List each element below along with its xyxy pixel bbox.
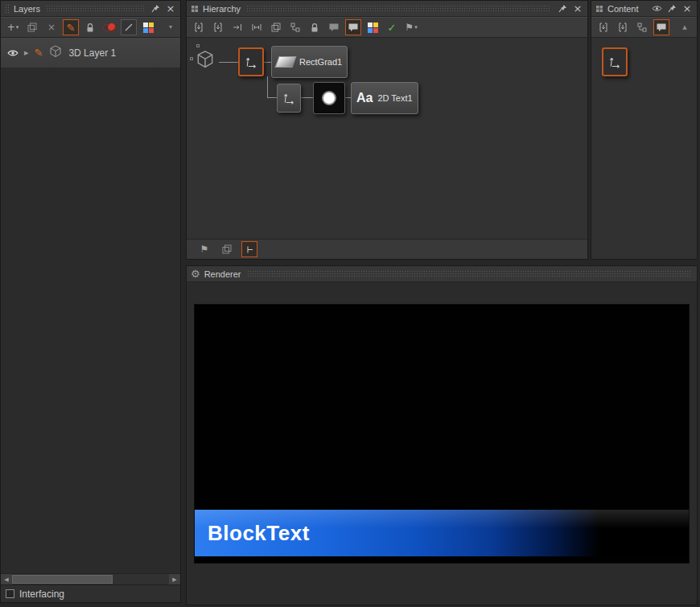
export-bracket-button[interactable] — [615, 19, 631, 35]
panel-grip-icon — [5, 4, 10, 13]
text-node[interactable]: Aa 2D Text1 — [351, 82, 418, 114]
close-icon[interactable]: × — [572, 3, 583, 14]
bracket-down-icon — [599, 23, 607, 32]
node-colors-button[interactable] — [364, 19, 381, 35]
content-titlebar[interactable]: Content × — [591, 1, 697, 17]
arrow-to-bar-icon — [233, 23, 242, 31]
duplicate-layer-button[interactable] — [24, 19, 40, 35]
scroll-left-arrow[interactable]: ◀ — [1, 574, 12, 584]
connector-socket — [190, 57, 193, 60]
lock-icon — [310, 23, 319, 33]
content-transform-item-selected[interactable] — [602, 47, 628, 76]
3d-cube-icon — [48, 44, 63, 62]
content-toolbar: ▲ — [591, 17, 697, 38]
flag-filter-button[interactable]: ⚑ — [196, 241, 212, 257]
scrollbar-track[interactable] — [12, 574, 169, 584]
renderer-titlebar[interactable]: ⚙ Renderer — [187, 266, 697, 282]
panel-menu-arrow[interactable]: ▾ — [163, 19, 179, 35]
axis-icon — [245, 53, 257, 71]
bracket-down-icon — [195, 23, 203, 32]
pin-icon[interactable] — [666, 3, 677, 14]
delete-layer-button[interactable]: × — [43, 19, 60, 35]
export-bracket-button[interactable] — [210, 19, 226, 35]
close-icon[interactable]: × — [165, 3, 176, 14]
text-glyph: Aa — [356, 91, 373, 105]
application-window: Layers × +▾ × ✎ — [0, 0, 700, 607]
expand-arrow-icon[interactable]: ▸ — [24, 47, 29, 58]
check-icon: ✓ — [388, 23, 397, 33]
branch-icon — [245, 245, 254, 254]
bracket-down-icon — [214, 23, 222, 32]
banner-text: BlockText — [208, 521, 310, 546]
comment-visible-toggle[interactable] — [653, 19, 669, 35]
node-tree-button[interactable] — [634, 19, 650, 35]
visibility-eye-icon[interactable] — [7, 46, 19, 60]
colors-button[interactable] — [140, 19, 156, 35]
transform-node-selected[interactable] — [238, 47, 264, 76]
content-list[interactable] — [591, 38, 697, 259]
import-bracket-button[interactable] — [191, 19, 207, 35]
apply-button[interactable]: ✓ — [384, 19, 400, 35]
node-tree-icon — [637, 23, 647, 32]
content-panel-title: Content — [607, 4, 639, 14]
title-banner: BlockText — [195, 510, 689, 556]
bracket-down-icon — [619, 23, 627, 32]
scroll-up-arrow[interactable]: ▲ — [677, 19, 693, 35]
titlebar-texture — [46, 5, 144, 12]
scroll-right-arrow[interactable]: ▶ — [169, 574, 180, 584]
layers-panel: Layers × +▾ × ✎ — [0, 0, 181, 603]
node-tree-button[interactable] — [287, 19, 303, 35]
scene-root-node[interactable] — [195, 49, 216, 73]
horizontal-scrollbar[interactable]: ◀ ▶ — [1, 573, 180, 584]
node-graph[interactable]: RectGrad1 Aa 2D Text1 — [187, 38, 587, 239]
rectgrad-node[interactable]: RectGrad1 — [271, 46, 348, 78]
lock-layer-button[interactable] — [82, 19, 98, 35]
record-icon — [103, 23, 116, 31]
distribute-horizontal-button[interactable] — [249, 19, 265, 35]
lock-node-button[interactable] — [307, 19, 323, 35]
layer-row[interactable]: ▸ ✎ 3D Layer 1 — [1, 38, 180, 68]
hierarchy-titlebar[interactable]: Hierarchy × — [187, 1, 587, 17]
speech-bubble-icon — [348, 23, 359, 32]
snap-to-edge-button[interactable] — [229, 19, 245, 35]
hierarchy-footer-bar: ⚑ — [187, 239, 587, 259]
pin-icon[interactable] — [557, 3, 568, 14]
interfacing-label: Interfacing — [19, 589, 64, 600]
layers-titlebar[interactable]: Layers × — [1, 1, 180, 17]
gradient-rect-icon — [274, 56, 296, 68]
layers-filter-button[interactable] — [219, 241, 235, 257]
transform-node[interactable] — [277, 84, 301, 113]
hierarchy-panel-icon — [191, 5, 199, 13]
comment-visible-toggle[interactable] — [345, 19, 361, 35]
node-connector — [345, 97, 351, 98]
comment-button[interactable] — [326, 19, 342, 35]
edit-layer-button[interactable]: ✎ — [63, 19, 79, 35]
pin-icon[interactable] — [150, 3, 161, 14]
close-icon[interactable]: × — [681, 3, 693, 14]
render-viewport[interactable]: BlockText — [194, 304, 690, 564]
speech-bubble-icon — [656, 23, 667, 32]
duplicate-icon — [222, 244, 232, 254]
scrollbar-thumb[interactable] — [12, 575, 113, 584]
node-connector — [219, 62, 238, 63]
flag-icon: ⚑ — [200, 244, 209, 254]
duplicate-node-button[interactable] — [268, 19, 284, 35]
pencil-icon: ✎ — [67, 23, 76, 33]
add-layer-button[interactable]: +▾ — [5, 19, 21, 35]
eye-icon[interactable] — [651, 3, 662, 14]
node-label: RectGrad1 — [299, 57, 342, 67]
gear-icon: ⚙ — [191, 269, 200, 279]
flag-menu-button[interactable]: ⚑▾ — [403, 19, 419, 35]
edit-pencil-icon[interactable]: ✎ — [35, 47, 43, 59]
branch-view-toggle[interactable] — [241, 241, 257, 257]
import-bracket-button[interactable] — [595, 19, 611, 35]
record-toggle-button[interactable] — [101, 19, 117, 35]
interfacing-checkbox[interactable] — [6, 589, 14, 598]
content-panel-icon — [595, 5, 603, 13]
line-tool-button[interactable] — [121, 19, 137, 35]
interfacing-bar: Interfacing — [1, 584, 180, 602]
speech-bubble-icon — [328, 23, 340, 32]
node-label: 2D Text1 — [377, 93, 412, 103]
slash-icon — [124, 23, 134, 32]
material-node[interactable] — [313, 82, 345, 114]
